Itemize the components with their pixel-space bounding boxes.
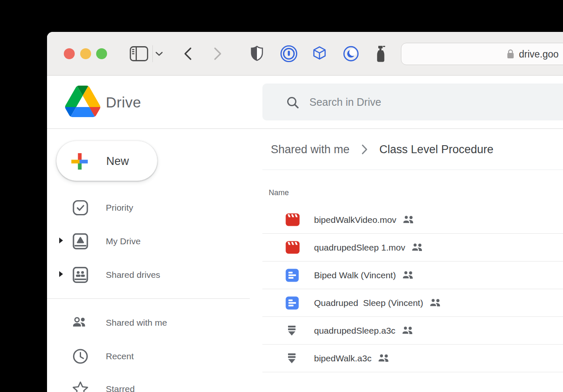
file-name: quadrupedSleep.a3c: [314, 326, 395, 336]
shared-with-me-icon: [72, 316, 89, 330]
address-bar[interactable]: drive.goo: [401, 43, 563, 65]
minimize-window-button[interactable]: [80, 48, 91, 59]
drive-body: New Priority: [47, 129, 563, 392]
sidebar-item-label: Shared drives: [106, 270, 160, 280]
sidebar-toggle-icon[interactable]: [130, 46, 148, 61]
file-name: bipedWalkVideo.mov: [314, 215, 396, 225]
shared-people-icon: [402, 271, 414, 280]
shared-people-icon: [411, 243, 424, 252]
shared-drives-icon: [72, 267, 89, 283]
breadcrumb-chevron-icon: [361, 144, 368, 155]
file-name: bipedWalk.a3c: [314, 353, 372, 363]
video-file-icon: [285, 213, 314, 226]
cube-extension-icon[interactable]: [311, 45, 328, 63]
tab-overview-chevron-icon[interactable]: [155, 52, 163, 56]
new-plus-icon: [70, 152, 89, 171]
lock-icon: [506, 49, 515, 60]
recent-clock-icon: [72, 349, 89, 364]
sidebar-item-label: Recent: [106, 351, 134, 361]
drive-header: Drive: [47, 76, 563, 129]
file-row[interactable]: bipedWalkVideo.mov: [262, 206, 563, 234]
shared-people-icon: [403, 215, 415, 224]
sidebar-item-recent[interactable]: Recent: [47, 343, 257, 370]
breadcrumb: Shared with me Class Level Procedure: [271, 140, 493, 159]
breadcrumb-current[interactable]: Class Level Procedure: [380, 143, 494, 156]
zoom-window-button[interactable]: [96, 48, 107, 59]
file-row[interactable]: quadrupedSleep 1.mov: [262, 234, 563, 261]
sidebar-divider: [47, 298, 250, 299]
drive-wordmark: Drive: [106, 76, 141, 129]
expand-arrow-icon[interactable]: [59, 271, 63, 279]
star-icon: [72, 381, 89, 392]
search-input[interactable]: [309, 84, 561, 120]
docs-file-icon: [285, 269, 314, 282]
file-name: Biped Walk (Vincent): [314, 270, 396, 280]
binary-file-icon: [285, 353, 314, 364]
browser-window: drive.goo Drive: [47, 32, 563, 392]
breadcrumb-parent[interactable]: Shared with me: [271, 143, 350, 156]
file-name: quadrupedSleep 1.mov: [314, 243, 405, 253]
breadcrumb-divider: [262, 170, 563, 170]
back-icon[interactable]: [183, 47, 192, 60]
close-window-button[interactable]: [64, 48, 75, 59]
toolbar-separator: [152, 45, 153, 62]
file-list-panel: Shared with me Class Level Procedure Nam…: [262, 129, 563, 392]
shared-people-icon: [378, 354, 390, 363]
binary-file-icon: [285, 325, 314, 336]
drive-search-bar[interactable]: [262, 84, 563, 120]
file-name: Quadruped Sleep (Vincent): [314, 298, 423, 308]
my-drive-icon: [72, 233, 89, 250]
onepassword-extension-icon[interactable]: [280, 45, 298, 63]
sidebar-item-label: Priority: [106, 203, 133, 213]
expand-arrow-icon[interactable]: [59, 237, 63, 246]
spray-extension-icon[interactable]: [376, 45, 387, 63]
shared-people-icon: [402, 326, 414, 335]
file-row[interactable]: Biped Walk (Vincent): [262, 261, 563, 289]
search-icon[interactable]: [286, 96, 299, 109]
video-file-icon: [285, 241, 314, 254]
url-text: drive.goo: [519, 49, 559, 60]
file-row[interactable]: quadrupedSleep.a3c: [262, 317, 563, 345]
browser-toolbar: drive.goo: [47, 32, 563, 76]
sidebar-item-label: Shared with me: [106, 318, 167, 328]
file-row[interactable]: Quadruped Sleep (Vincent): [262, 289, 563, 317]
file-rows: bipedWalkVideo.mov: [262, 206, 563, 372]
privacy-shield-icon[interactable]: [251, 46, 263, 61]
sidebar-item-priority[interactable]: Priority: [47, 194, 257, 221]
file-row[interactable]: bipedWalk.a3c: [262, 345, 563, 372]
sidebar-item-label: Starred: [106, 384, 135, 392]
shared-people-icon: [429, 298, 442, 307]
forward-icon[interactable]: [213, 47, 223, 60]
docs-file-icon: [285, 296, 314, 310]
google-drive-logo-icon[interactable]: [65, 86, 100, 117]
sidebar-item-shared-with-me[interactable]: Shared with me: [47, 309, 257, 336]
sidebar: New Priority: [47, 129, 257, 392]
new-button-label: New: [106, 141, 129, 181]
sidebar-item-label: My Drive: [106, 236, 141, 246]
sidebar-item-starred[interactable]: Starred: [47, 376, 257, 392]
sidebar-item-shared-drives[interactable]: Shared drives: [47, 261, 257, 288]
priority-check-icon: [72, 200, 89, 216]
moon-extension-icon[interactable]: [342, 45, 360, 63]
sidebar-item-my-drive[interactable]: My Drive: [47, 228, 257, 255]
name-column-header[interactable]: Name: [269, 188, 289, 197]
new-button[interactable]: New: [56, 141, 157, 181]
